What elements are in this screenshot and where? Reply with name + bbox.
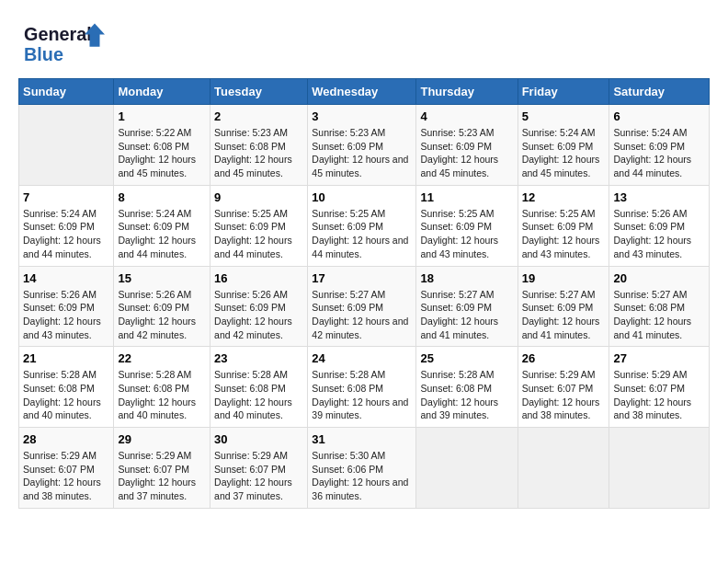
day-info: Sunrise: 5:27 AM Sunset: 6:09 PM Dayligh… [420, 288, 513, 342]
calendar-header-row: SundayMondayTuesdayWednesdayThursdayFrid… [19, 79, 710, 105]
day-number: 28 [23, 432, 109, 446]
day-info: Sunrise: 5:26 AM Sunset: 6:09 PM Dayligh… [23, 288, 109, 342]
day-number: 22 [118, 351, 206, 365]
day-info: Sunrise: 5:25 AM Sunset: 6:09 PM Dayligh… [312, 207, 412, 261]
header-thursday: Thursday [416, 79, 518, 105]
day-info: Sunrise: 5:24 AM Sunset: 6:09 PM Dayligh… [522, 126, 606, 180]
calendar-cell: 1 Sunrise: 5:22 AM Sunset: 6:08 PM Dayli… [114, 105, 210, 186]
calendar-cell: 17 Sunrise: 5:27 AM Sunset: 6:09 PM Dayl… [308, 266, 416, 347]
calendar-cell [19, 105, 114, 186]
day-number: 7 [23, 190, 109, 204]
svg-text:General: General [24, 24, 92, 44]
calendar-cell: 7 Sunrise: 5:24 AM Sunset: 6:09 PM Dayli… [19, 185, 114, 266]
day-number: 29 [118, 432, 206, 446]
logo-svg: General Blue [18, 18, 110, 69]
page-header: General Blue [18, 18, 710, 69]
calendar-cell: 18 Sunrise: 5:27 AM Sunset: 6:09 PM Dayl… [416, 266, 518, 347]
day-number: 4 [420, 109, 513, 123]
day-number: 26 [522, 351, 606, 365]
calendar-week-row: 7 Sunrise: 5:24 AM Sunset: 6:09 PM Dayli… [19, 185, 710, 266]
calendar-cell: 12 Sunrise: 5:25 AM Sunset: 6:09 PM Dayl… [518, 185, 609, 266]
calendar-cell: 19 Sunrise: 5:27 AM Sunset: 6:09 PM Dayl… [518, 266, 609, 347]
header-saturday: Saturday [609, 79, 710, 105]
day-number: 9 [214, 190, 303, 204]
day-number: 17 [312, 271, 412, 285]
day-info: Sunrise: 5:28 AM Sunset: 6:08 PM Dayligh… [420, 368, 513, 422]
calendar-week-row: 14 Sunrise: 5:26 AM Sunset: 6:09 PM Dayl… [19, 266, 710, 347]
day-info: Sunrise: 5:28 AM Sunset: 6:08 PM Dayligh… [312, 368, 412, 422]
day-number: 10 [312, 190, 412, 204]
day-info: Sunrise: 5:22 AM Sunset: 6:08 PM Dayligh… [118, 126, 206, 180]
calendar-cell: 28 Sunrise: 5:29 AM Sunset: 6:07 PM Dayl… [19, 428, 114, 509]
day-info: Sunrise: 5:25 AM Sunset: 6:09 PM Dayligh… [522, 207, 606, 261]
day-info: Sunrise: 5:25 AM Sunset: 6:09 PM Dayligh… [420, 207, 513, 261]
calendar-cell: 13 Sunrise: 5:26 AM Sunset: 6:09 PM Dayl… [609, 185, 710, 266]
day-number: 5 [522, 109, 606, 123]
calendar-cell: 24 Sunrise: 5:28 AM Sunset: 6:08 PM Dayl… [308, 347, 416, 428]
day-info: Sunrise: 5:26 AM Sunset: 6:09 PM Dayligh… [214, 288, 303, 342]
calendar-cell: 30 Sunrise: 5:29 AM Sunset: 6:07 PM Dayl… [210, 428, 308, 509]
day-info: Sunrise: 5:26 AM Sunset: 6:09 PM Dayligh… [613, 207, 705, 261]
calendar-cell: 15 Sunrise: 5:26 AM Sunset: 6:09 PM Dayl… [114, 266, 210, 347]
day-number: 27 [613, 351, 705, 365]
day-number: 3 [312, 109, 412, 123]
calendar-week-row: 28 Sunrise: 5:29 AM Sunset: 6:07 PM Dayl… [19, 428, 710, 509]
calendar-cell: 29 Sunrise: 5:29 AM Sunset: 6:07 PM Dayl… [114, 428, 210, 509]
header-sunday: Sunday [19, 79, 114, 105]
header-monday: Monday [114, 79, 210, 105]
day-number: 12 [522, 190, 606, 204]
calendar-cell: 9 Sunrise: 5:25 AM Sunset: 6:09 PM Dayli… [210, 185, 308, 266]
calendar-table: SundayMondayTuesdayWednesdayThursdayFrid… [18, 78, 710, 509]
calendar-cell: 2 Sunrise: 5:23 AM Sunset: 6:08 PM Dayli… [210, 105, 308, 186]
day-info: Sunrise: 5:30 AM Sunset: 6:06 PM Dayligh… [312, 449, 412, 503]
calendar-cell: 16 Sunrise: 5:26 AM Sunset: 6:09 PM Dayl… [210, 266, 308, 347]
day-number: 19 [522, 271, 606, 285]
calendar-cell: 6 Sunrise: 5:24 AM Sunset: 6:09 PM Dayli… [609, 105, 710, 186]
day-number: 1 [118, 109, 206, 123]
svg-text:Blue: Blue [24, 44, 63, 64]
calendar-cell: 11 Sunrise: 5:25 AM Sunset: 6:09 PM Dayl… [416, 185, 518, 266]
day-info: Sunrise: 5:29 AM Sunset: 6:07 PM Dayligh… [214, 449, 303, 503]
day-number: 14 [23, 271, 109, 285]
day-number: 30 [214, 432, 303, 446]
calendar-cell: 20 Sunrise: 5:27 AM Sunset: 6:08 PM Dayl… [609, 266, 710, 347]
day-number: 8 [118, 190, 206, 204]
header-friday: Friday [518, 79, 609, 105]
day-number: 31 [312, 432, 412, 446]
day-info: Sunrise: 5:26 AM Sunset: 6:09 PM Dayligh… [118, 288, 206, 342]
calendar-cell: 8 Sunrise: 5:24 AM Sunset: 6:09 PM Dayli… [114, 185, 210, 266]
day-info: Sunrise: 5:23 AM Sunset: 6:08 PM Dayligh… [214, 126, 303, 180]
calendar-cell: 14 Sunrise: 5:26 AM Sunset: 6:09 PM Dayl… [19, 266, 114, 347]
calendar-week-row: 1 Sunrise: 5:22 AM Sunset: 6:08 PM Dayli… [19, 105, 710, 186]
calendar-cell: 22 Sunrise: 5:28 AM Sunset: 6:08 PM Dayl… [114, 347, 210, 428]
day-info: Sunrise: 5:25 AM Sunset: 6:09 PM Dayligh… [214, 207, 303, 261]
day-number: 13 [613, 190, 705, 204]
header-wednesday: Wednesday [308, 79, 416, 105]
header-tuesday: Tuesday [210, 79, 308, 105]
calendar-cell: 10 Sunrise: 5:25 AM Sunset: 6:09 PM Dayl… [308, 185, 416, 266]
day-info: Sunrise: 5:27 AM Sunset: 6:09 PM Dayligh… [522, 288, 606, 342]
calendar-cell: 4 Sunrise: 5:23 AM Sunset: 6:09 PM Dayli… [416, 105, 518, 186]
day-info: Sunrise: 5:24 AM Sunset: 6:09 PM Dayligh… [118, 207, 206, 261]
day-number: 21 [23, 351, 109, 365]
calendar-cell: 21 Sunrise: 5:28 AM Sunset: 6:08 PM Dayl… [19, 347, 114, 428]
day-number: 24 [312, 351, 412, 365]
day-info: Sunrise: 5:24 AM Sunset: 6:09 PM Dayligh… [613, 126, 705, 180]
day-info: Sunrise: 5:24 AM Sunset: 6:09 PM Dayligh… [23, 207, 109, 261]
day-number: 18 [420, 271, 513, 285]
day-number: 2 [214, 109, 303, 123]
calendar-cell: 25 Sunrise: 5:28 AM Sunset: 6:08 PM Dayl… [416, 347, 518, 428]
day-number: 16 [214, 271, 303, 285]
calendar-week-row: 21 Sunrise: 5:28 AM Sunset: 6:08 PM Dayl… [19, 347, 710, 428]
day-info: Sunrise: 5:29 AM Sunset: 6:07 PM Dayligh… [118, 449, 206, 503]
calendar-cell: 5 Sunrise: 5:24 AM Sunset: 6:09 PM Dayli… [518, 105, 609, 186]
day-info: Sunrise: 5:23 AM Sunset: 6:09 PM Dayligh… [312, 126, 412, 180]
day-number: 15 [118, 271, 206, 285]
calendar-cell: 23 Sunrise: 5:28 AM Sunset: 6:08 PM Dayl… [210, 347, 308, 428]
day-info: Sunrise: 5:28 AM Sunset: 6:08 PM Dayligh… [214, 368, 303, 422]
calendar-cell: 31 Sunrise: 5:30 AM Sunset: 6:06 PM Dayl… [308, 428, 416, 509]
calendar-cell: 27 Sunrise: 5:29 AM Sunset: 6:07 PM Dayl… [609, 347, 710, 428]
day-number: 11 [420, 190, 513, 204]
logo: General Blue [18, 18, 110, 69]
day-info: Sunrise: 5:23 AM Sunset: 6:09 PM Dayligh… [420, 126, 513, 180]
